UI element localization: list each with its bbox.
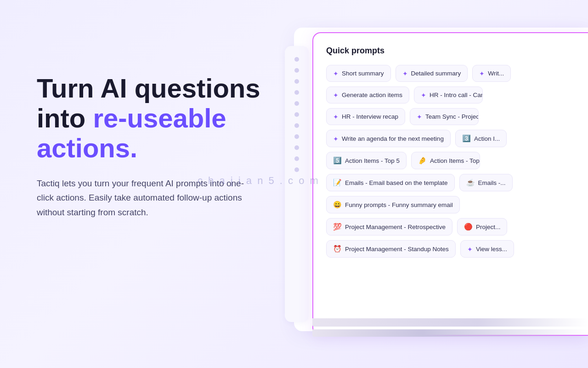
chip-label: Action Items - Top 5 — [345, 157, 400, 164]
sidebar-panel — [285, 46, 309, 322]
sparkle-icon — [333, 91, 339, 99]
hero-line2-plain: into — [37, 103, 93, 133]
sidebar-dot — [294, 79, 299, 84]
sidebar-dot — [294, 112, 299, 117]
hero-title: Turn AI questions into re-useable action… — [37, 74, 294, 163]
sparkle-icon — [417, 113, 422, 121]
sparkle-icon — [467, 245, 473, 253]
chip-write-partial[interactable]: Writ... — [472, 65, 511, 82]
sparkle-icon — [479, 69, 485, 77]
sidebar-dot — [294, 123, 299, 128]
prompts-row: 📝 Emails - Email based on the template ☕… — [326, 174, 575, 191]
chip-label: Funny prompts - Funny summary email — [345, 201, 453, 208]
chip-standup[interactable]: ⏰ Project Management - Standup Notes — [326, 240, 456, 258]
chip-label: Emails -... — [478, 179, 506, 186]
chip-label: Team Sync - Project Upd... — [425, 113, 479, 120]
sparkle-icon — [333, 69, 339, 77]
prompts-row: ⏰ Project Management - Standup Notes Vie… — [326, 240, 575, 258]
bottom-hint-bar-2 — [312, 329, 588, 337]
chip-view-less[interactable]: View less... — [460, 240, 514, 258]
red-circle-icon: 🔴 — [464, 223, 473, 231]
chip-label: Action I... — [474, 135, 500, 142]
chip-team-sync[interactable]: Team Sync - Project Upd... — [410, 108, 479, 125]
sidebar-dot — [294, 134, 299, 139]
chip-label: View less... — [476, 246, 507, 253]
prompts-row: 5️⃣ Action Items - Top 5 🤌 Action Items … — [326, 152, 575, 169]
quick-prompts-title: Quick prompts — [326, 46, 575, 56]
sparkle-icon — [333, 135, 339, 143]
grin-icon: 😄 — [333, 201, 342, 209]
chip-label: Short summary — [342, 70, 384, 77]
bottom-hint-bar — [312, 318, 588, 327]
prompts-row: Write an agenda for the next meeting 3️⃣… — [326, 130, 575, 147]
chip-label: Action Items - Top 5 - M... — [430, 157, 480, 164]
chip-short-summary[interactable]: Short summary — [326, 65, 391, 82]
prompts-row: Generate action items HR - Intro call - … — [326, 86, 575, 104]
right-panel-wrapper: Quick prompts Short summary Detailed sum… — [257, 0, 588, 368]
chip-project-partial[interactable]: 🔴 Project... — [457, 218, 507, 236]
prompts-row: 💯 Project Management - Retrospective 🔴 P… — [326, 218, 575, 236]
clock-icon: ⏰ — [333, 245, 342, 253]
hero-subtitle: Tactiq lets you turn your frequent AI pr… — [37, 176, 257, 219]
chip-action-3[interactable]: 3️⃣ Action I... — [455, 130, 507, 147]
chip-emails-partial[interactable]: ☕ Emails -... — [459, 174, 513, 191]
hand-icon: 🤌 — [418, 156, 427, 165]
sidebar-dot — [294, 68, 299, 73]
chip-label: Detailed summary — [411, 70, 461, 77]
hero-line1: Turn AI questions — [37, 73, 260, 103]
chip-top5[interactable]: 5️⃣ Action Items - Top 5 — [326, 152, 407, 169]
chip-label: Generate action items — [342, 92, 402, 98]
chip-hr-intro[interactable]: HR - Intro call - Candida... — [414, 86, 483, 104]
sidebar-dot — [294, 57, 299, 62]
sparkle-icon — [402, 69, 408, 77]
chip-funny[interactable]: 😄 Funny prompts - Funny summary email — [326, 196, 460, 213]
panel-inner: Quick prompts Short summary Detailed sum… — [313, 33, 588, 335]
sidebar-dot — [294, 167, 299, 172]
hero-line2-highlight: re-useable — [93, 103, 226, 133]
prompts-grid: Short summary Detailed summary Writ... — [326, 65, 575, 258]
chip-label: HR - Interview recap — [342, 113, 398, 120]
chip-label: Project Management - Retrospective — [345, 224, 446, 230]
chip-email-template[interactable]: 📝 Emails - Email based on the template — [326, 174, 455, 191]
chip-detailed-summary[interactable]: Detailed summary — [396, 65, 468, 82]
number-icon: 3️⃣ — [462, 134, 471, 143]
sparkle-icon — [333, 113, 339, 121]
chip-agenda[interactable]: Write an agenda for the next meeting — [326, 130, 451, 147]
chip-label: Write an agenda for the next meeting — [342, 135, 444, 142]
chip-label: HR - Intro call - Candida... — [430, 92, 483, 98]
chip-hr-interview[interactable]: HR - Interview recap — [326, 108, 405, 125]
memo-icon: 📝 — [333, 178, 342, 187]
hero-line3: actions. — [37, 133, 137, 163]
number-5-icon: 5️⃣ — [333, 156, 342, 165]
sidebar-dot — [294, 90, 299, 95]
prompts-row: Short summary Detailed summary Writ... — [326, 65, 575, 82]
chip-label: Writ... — [488, 70, 504, 77]
hero-section: Turn AI questions into re-useable action… — [37, 74, 294, 219]
main-panel: Quick prompts Short summary Detailed sum… — [312, 32, 588, 336]
coffee-icon: ☕ — [466, 178, 475, 187]
chip-action-items[interactable]: Generate action items — [326, 86, 409, 104]
chip-label: Project... — [476, 224, 500, 230]
prompts-row: HR - Interview recap Team Sync - Project… — [326, 108, 575, 125]
hundred-icon: 💯 — [333, 223, 342, 231]
sidebar-dot — [294, 101, 299, 106]
chip-label: Emails - Email based on the template — [345, 179, 448, 186]
chip-top5-m[interactable]: 🤌 Action Items - Top 5 - M... — [411, 152, 480, 169]
sidebar-dot — [294, 145, 299, 150]
chip-label: Project Management - Standup Notes — [345, 246, 449, 253]
prompts-row: 😄 Funny prompts - Funny summary email — [326, 196, 575, 213]
chip-retrospective[interactable]: 💯 Project Management - Retrospective — [326, 218, 452, 236]
sparkle-icon — [421, 91, 426, 99]
sidebar-dot — [294, 156, 299, 161]
